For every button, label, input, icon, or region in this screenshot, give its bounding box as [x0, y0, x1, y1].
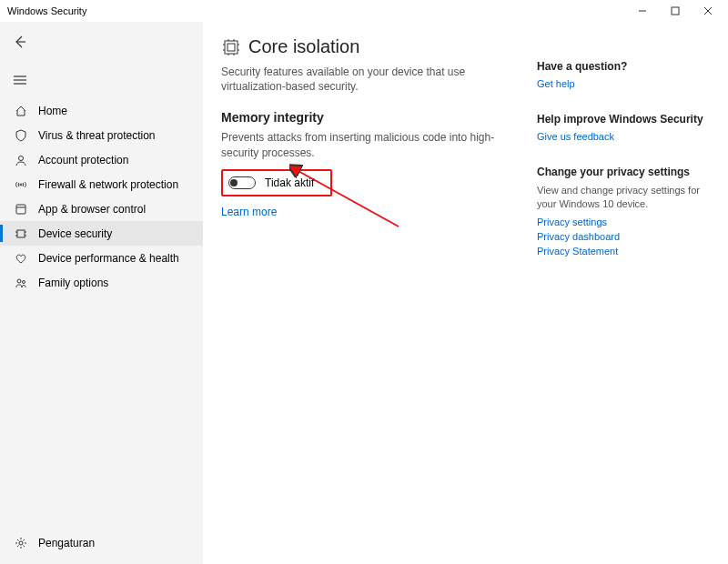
section-title: Memory integrity — [221, 110, 519, 125]
svg-rect-10 — [16, 205, 25, 214]
shield-icon — [13, 129, 29, 142]
nav-label: Device security — [38, 227, 112, 240]
titlebar: Windows Security — [0, 0, 728, 22]
person-icon — [13, 154, 29, 166]
svg-point-19 — [19, 541, 23, 545]
nav-label: Home — [38, 105, 67, 117]
toggle-state-label: Tidak aktif — [265, 176, 314, 189]
privacy-title: Change your privacy settings — [537, 166, 710, 178]
toggle-knob — [230, 179, 238, 186]
privacy-statement-link[interactable]: Privacy Statement — [537, 246, 710, 257]
svg-point-18 — [23, 280, 25, 283]
main-content: Core isolation Security features availab… — [203, 22, 728, 564]
question-title: Have a question? — [537, 60, 710, 73]
antenna-icon — [13, 178, 29, 191]
back-button[interactable] — [0, 29, 49, 55]
menu-button[interactable] — [0, 67, 49, 93]
chip-icon — [13, 227, 29, 240]
nav-label: Virus & threat protection — [38, 129, 156, 142]
page-description: Security features available on your devi… — [221, 65, 519, 94]
privacy-text: View and change privacy settings for you… — [537, 184, 710, 211]
nav-item-device-security[interactable]: Device security — [0, 221, 203, 246]
nav-label: Firewall & network protection — [38, 178, 178, 191]
svg-rect-20 — [225, 41, 238, 54]
svg-rect-1 — [672, 7, 679, 15]
privacy-settings-link[interactable]: Privacy settings — [537, 217, 710, 227]
memory-integrity-toggle-highlight: Tidak aktif — [221, 169, 332, 196]
nav-label: Family options — [38, 277, 108, 289]
feedback-link[interactable]: Give us feedback — [537, 131, 710, 142]
sidebar: Home Virus & threat protection Account p… — [0, 22, 203, 564]
svg-rect-21 — [228, 44, 235, 51]
page-title: Core isolation — [248, 36, 359, 57]
nav-item-settings[interactable]: Pengaturan — [0, 530, 203, 555]
nav-label: App & browser control — [38, 203, 146, 216]
nav-item-firewall[interactable]: Firewall & network protection — [0, 172, 203, 196]
right-column: Have a question? Get help Help improve W… — [537, 33, 710, 564]
nav-item-performance[interactable]: Device performance & health — [0, 246, 203, 270]
memory-integrity-toggle[interactable] — [228, 176, 256, 189]
svg-point-17 — [17, 279, 21, 283]
window-controls — [626, 0, 724, 22]
learn-more-link[interactable]: Learn more — [221, 206, 277, 218]
improve-title: Help improve Windows Security — [537, 113, 710, 126]
home-icon — [13, 105, 29, 117]
heart-icon — [13, 252, 29, 265]
privacy-dashboard-link[interactable]: Privacy dashboard — [537, 231, 710, 242]
app-icon — [13, 203, 29, 216]
nav-item-virus[interactable]: Virus & threat protection — [0, 123, 203, 147]
gear-icon — [13, 537, 29, 549]
svg-rect-12 — [17, 230, 25, 237]
core-isolation-icon — [221, 37, 241, 57]
family-icon — [13, 277, 29, 289]
nav-item-account[interactable]: Account protection — [0, 147, 203, 172]
window-title: Windows Security — [7, 5, 626, 16]
maximize-button[interactable] — [659, 0, 692, 22]
svg-point-8 — [19, 156, 24, 160]
nav-label: Device performance & health — [38, 252, 179, 265]
get-help-link[interactable]: Get help — [537, 78, 710, 89]
nav: Home Virus & threat protection Account p… — [0, 98, 203, 530]
nav-item-app-browser[interactable]: App & browser control — [0, 196, 203, 221]
close-button[interactable] — [692, 0, 724, 22]
nav-item-home[interactable]: Home — [0, 98, 203, 123]
nav-label: Account protection — [38, 154, 128, 166]
nav-item-family[interactable]: Family options — [0, 270, 203, 295]
nav-label: Pengaturan — [38, 537, 95, 549]
section-description: Prevents attacks from inserting maliciou… — [221, 130, 519, 159]
minimize-button[interactable] — [626, 0, 659, 22]
svg-point-9 — [20, 184, 22, 186]
